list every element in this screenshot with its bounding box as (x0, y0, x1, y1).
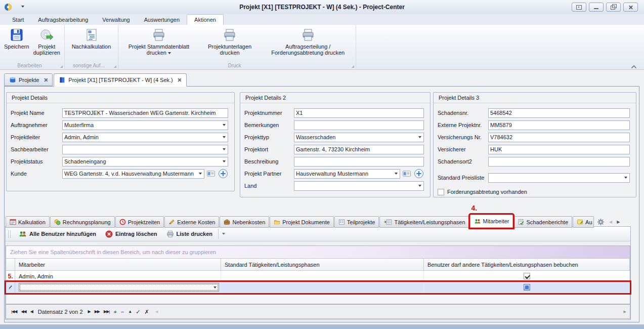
nav-first-button[interactable]: |◀◀ (9, 309, 19, 314)
tab-schadenberichte[interactable]: Schadenberichte (513, 216, 572, 228)
cell-mitarbeiter-editor[interactable] (15, 282, 221, 293)
ribbon-tab-aktionen[interactable]: Aktionen (187, 14, 224, 25)
scroll-tabs-left-icon[interactable]: ◀ (609, 220, 612, 224)
minimize-button[interactable] (589, 3, 604, 12)
close-tab-icon[interactable] (44, 78, 48, 82)
liste-drucken-button[interactable]: Liste drucken (162, 228, 218, 239)
column-header-mitarbeiter[interactable]: Mitarbeiter (15, 259, 221, 270)
close-button[interactable] (623, 3, 638, 12)
kunde-dropdown[interactable]: WEG Gartenstr. 4, v.d. Hausverwaltung Mu… (62, 169, 204, 179)
gear-icon[interactable] (597, 218, 605, 226)
projektort-input[interactable] (294, 145, 424, 154)
projektunterlagen-drucken-button[interactable]: Projektunterlagendrucken (197, 27, 263, 57)
cell-standard[interactable] (221, 282, 424, 293)
table-row-editing[interactable] (6, 282, 630, 293)
ribbon-tab-auftragsbearbeitung[interactable]: Auftragsbearbeitung (31, 14, 95, 25)
auftragnehmer-dropdown[interactable]: Musterfirma (62, 120, 228, 130)
nav-post-button[interactable]: ✓ (134, 309, 142, 314)
dialog-launcher-icon[interactable] (114, 65, 116, 68)
projektstatus-dropdown[interactable]: Schadeneingang (62, 157, 228, 167)
projektnummer-input[interactable] (294, 108, 424, 118)
group-by-bar[interactable]: Ziehen Sie eine Spaltenüberschrift in di… (6, 246, 630, 259)
restore-button[interactable] (606, 3, 621, 12)
bemerkungen-input[interactable] (294, 120, 424, 130)
cell-standard[interactable] (221, 271, 424, 281)
hscroll-left-icon[interactable]: ◀ (155, 310, 158, 314)
tab-projekte[interactable]: Projekte (4, 73, 53, 86)
projekt-partner-dropdown[interactable]: Hausverwaltung Mustermann (294, 169, 400, 179)
cell-bebuchen[interactable] (424, 282, 630, 293)
fit-window-button[interactable] (572, 3, 586, 12)
tab-au-truncated[interactable]: Au (573, 216, 594, 228)
nav-append-button[interactable]: + (111, 309, 118, 314)
nav-prev-button[interactable]: ◀ (28, 309, 35, 314)
cell-mitarbeiter[interactable]: Admin, Admin (15, 271, 221, 281)
speichern-button[interactable]: Speichern (2, 27, 31, 51)
beschreibung-input[interactable] (294, 157, 424, 167)
ribbon-tab-start[interactable]: Start (5, 14, 31, 25)
tab-label: Schadenberichte (526, 219, 568, 225)
contact-card-icon[interactable] (403, 171, 411, 177)
versicherungs-nr-input[interactable] (488, 133, 630, 142)
nachkalkulation-button[interactable]: Nachkalkulation (67, 27, 116, 51)
tab-teilprojekte[interactable]: Teilprojekte (334, 216, 379, 228)
tab-kalkulation[interactable]: Kalkulation (6, 216, 50, 228)
versicherer-input[interactable] (488, 145, 630, 154)
tab-projektzeiten[interactable]: Projektzeiten (115, 216, 164, 228)
close-tab-icon[interactable] (178, 78, 182, 82)
bebuchen-checkbox[interactable] (524, 273, 530, 279)
projektleiter-dropdown[interactable]: Admin, Admin (62, 133, 228, 142)
ribbon-tab-auswertungen[interactable]: Auswertungen (137, 14, 187, 25)
add-kunde-button[interactable] (218, 169, 228, 179)
hscroll-right-icon[interactable]: ▶ (624, 310, 626, 314)
schadensnr-input[interactable] (488, 108, 630, 118)
bebuchen-checkbox[interactable] (524, 284, 530, 291)
eintrag-loeschen-button[interactable]: Eintrag löschen (101, 228, 162, 239)
tab-rechnungsplanung[interactable]: Rechnungsplanung (50, 216, 115, 228)
nav-next-page-button[interactable]: ▶▶ (93, 309, 102, 314)
stammdatenblatt-drucken-button[interactable]: Projekt Stammdatenblattdrucken (120, 27, 197, 57)
nav-edit-button[interactable]: ▲ (126, 309, 134, 314)
tab-projekt-dokumente[interactable]: Projekt Dokumente (270, 216, 334, 228)
tab-externe-kosten[interactable]: Externe Kosten (164, 216, 219, 228)
toolbar-overflow-button[interactable] (218, 229, 229, 239)
projektunterlagen-label-line2: drucken (220, 50, 240, 56)
tab-nebenkosten[interactable]: Nebenkosten (220, 216, 269, 228)
contact-card-icon[interactable] (207, 171, 216, 177)
tab-projekt-x1[interactable]: Projekt [X1] [TESTPROJEKT - W] (4 Sek.) (54, 73, 186, 87)
sachbearbeiter-dropdown[interactable] (62, 145, 228, 154)
table-row[interactable]: 5. Admin, Admin (6, 271, 630, 282)
column-header-bebuchen[interactable]: Benutzer darf andere Tätigkeiten/Leistun… (424, 259, 630, 270)
ribbon-tab-verwaltung[interactable]: Verwaltung (95, 14, 137, 25)
dialog-launcher-icon[interactable] (60, 65, 63, 68)
add-partner-button[interactable] (414, 169, 424, 179)
tab-taetigkeiten[interactable]: Tätigkeiten/Leistungsphasen (379, 216, 469, 228)
nav-next-button[interactable]: ▶ (86, 309, 93, 314)
panel-title: Projekt Details 2 (240, 93, 430, 103)
nav-delete-button[interactable]: − (119, 309, 126, 314)
alle-benutzer-hinzufuegen-button[interactable]: Alle Benutzer hinzufügen (14, 228, 101, 239)
externe-projektnr-input[interactable] (488, 120, 630, 130)
collapse-ribbon-button[interactable] (631, 62, 637, 71)
tab-label: Teilprojekte (347, 219, 375, 225)
nav-last-button[interactable]: ▶▶| (102, 309, 111, 314)
land-dropdown[interactable] (294, 181, 424, 191)
dialog-launcher-icon[interactable] (352, 65, 354, 68)
projekt-duplizieren-button[interactable]: Projektduplizieren (31, 27, 62, 57)
cell-bebuchen[interactable] (424, 271, 630, 281)
scroll-tabs-right-icon[interactable]: ▶ (617, 220, 620, 224)
toolbar-grip[interactable] (8, 230, 11, 238)
row-indicator-edit (6, 282, 15, 293)
panel-title: Projekt Details 3 (434, 93, 636, 103)
standard-preisliste-dropdown[interactable] (488, 173, 630, 183)
projekttyp-dropdown[interactable]: Wasserschaden (294, 133, 424, 142)
nav-cancel-button[interactable]: ✗ (142, 309, 151, 314)
column-header-standard-taetigkeiten[interactable]: Standard Tätigkeiten/Leistungsphasen (221, 259, 424, 270)
projekt-name-input[interactable] (62, 108, 228, 118)
nav-prev-page-button[interactable]: ◀◀ (19, 309, 28, 314)
schadensort2-input[interactable] (488, 157, 630, 167)
forderungsabtretung-checkbox[interactable] (438, 189, 444, 195)
tab-mitarbeiter[interactable]: 4. Mitarbeiter (470, 215, 513, 228)
mitarbeiter-editor-dropdown[interactable] (19, 283, 219, 292)
auftragserteilung-drucken-button[interactable]: Auftragserteilung /Forderungsabtretung d… (263, 27, 354, 57)
